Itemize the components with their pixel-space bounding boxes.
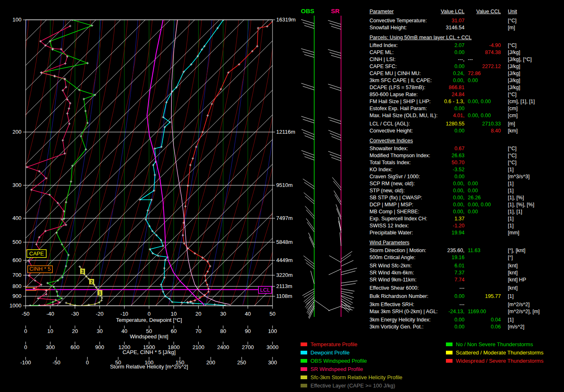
value-lcl: 0.00 (370, 105, 464, 112)
svg-text:-10: -10 (121, 311, 128, 317)
table-row: Craven SigSvr / 1000:0.00[m^3/s^3] (370, 173, 562, 180)
legend-label: Scattered / Moderate Thunderstorms (456, 349, 543, 356)
table-row: Lifted Index:2.07-4.90[°C] (370, 42, 562, 49)
value-ccl: 0.00 (468, 180, 501, 187)
legend-profiles: Temperature ProfileDewpoint ProfileOBS W… (301, 340, 403, 390)
unit-label: [°] (508, 254, 513, 261)
col-unit: Unit (508, 8, 517, 15)
legend-label: Dewpoint Profile (310, 349, 350, 356)
value-lcl: 866.81 (370, 84, 464, 91)
svg-text:2113m: 2113m (276, 283, 292, 289)
value-lcl: ---, (370, 56, 464, 63)
unit-label: [cm], [1], [1] (508, 98, 535, 105)
svg-text:600: 600 (71, 344, 80, 350)
unit-label: [J/kg] (508, 77, 520, 84)
svg-text:1: 1 (99, 291, 101, 295)
value-ccl: 0.00 (468, 187, 501, 194)
legend-swatch-icon (446, 351, 453, 354)
table-row: CINH | LSI:---,---[J/kg], [°C] (370, 56, 562, 63)
value-lcl: 0.00 (370, 324, 464, 331)
table-header-row: ParameterValue LCLValue CCLUnit (370, 8, 562, 17)
unit-label: [1] (508, 215, 514, 222)
table-row: Storm Direction | Motion:235.60,11.63[°]… (370, 247, 562, 254)
svg-text:0: 0 (147, 311, 150, 317)
table-row: CAPE ML:0.00874.38[J/kg] (370, 49, 562, 56)
legend-item: No / Non Severe Thunderstorms (446, 340, 543, 348)
table-row: FM Hail Size | SHIP | LHP:0.6 - 1.3,0.00… (370, 98, 562, 105)
svg-text:LCL: LCL (260, 287, 270, 293)
svg-text:900: 900 (12, 293, 21, 299)
table-row: 3km SFC CAPE | IL CAPE:0.00,0.00[J/kg] (370, 77, 562, 84)
unit-label: [1] (508, 222, 514, 229)
svg-text:SR: SR (331, 7, 340, 14)
svg-text:30: 30 (97, 328, 102, 334)
legend-label: Sfc-3km Storm Relative Helicity Profile (310, 374, 403, 380)
table-row: STP (new, old):0.00,0.00[1] (370, 187, 562, 194)
value-lcl: 19.94 (370, 229, 464, 236)
svg-text:100: 100 (12, 17, 21, 23)
table-row: CAPE MU | CINH MU:0.24,72.86[J/kg] (370, 70, 562, 77)
unit-label: [1], [1] (508, 208, 522, 215)
svg-text:600: 600 (12, 257, 21, 263)
svg-text:9510m: 9510m (276, 182, 293, 188)
table-row: SR Wind Sfc-2km:6.01[knt] (370, 262, 562, 269)
svg-text:250: 250 (237, 359, 246, 366)
table-row: SR Wind 9km-11km:7.74[knt] HP (370, 276, 562, 283)
svg-text:1000: 1000 (9, 302, 21, 309)
svg-text:50: 50 (270, 311, 275, 317)
svg-text:10: 10 (47, 328, 53, 334)
value-ccl: 72.86 (468, 70, 501, 77)
table-section-header: Wind Parameters (370, 239, 562, 247)
value-ccl: 2272.12 (468, 63, 501, 70)
svg-text:2400: 2400 (217, 344, 229, 350)
legend-swatch-icon (446, 359, 453, 363)
unit-label: [1], [%] (508, 194, 524, 201)
legend-swatch-icon (301, 351, 307, 354)
svg-text:2100: 2100 (192, 344, 204, 350)
value-lcl: 0.67 (370, 145, 464, 152)
table-row: Estofex Exp. Hail Param:0.00[cm] (370, 105, 562, 112)
value-lcl: 0.24, (370, 70, 464, 77)
table-section-header: Convective Indices (370, 137, 562, 145)
value-lcl: 0.00, (370, 77, 464, 84)
value-ccl: 0.00, 0.00 (468, 201, 501, 208)
value-lcl: -3.52 (370, 166, 464, 173)
value-lcl: 0.00 (370, 293, 464, 300)
value-lcl: 3146.54 (370, 24, 464, 31)
unit-label: [J/kg] (508, 63, 520, 70)
value-lcl: 0.00 (370, 49, 464, 56)
value-lcl: 4.01, (370, 112, 464, 119)
table-row: MB Comp | SHERBE:0.00,0.00[1], [1] (370, 208, 562, 215)
table-row: SR Wind 4km-6km:7.37[knt] (370, 269, 562, 276)
unit-label: [knt] (508, 262, 518, 269)
value-lcl: 1280.55 (370, 120, 464, 128)
svg-text:20: 20 (72, 328, 78, 334)
table-row: Precipitable Water:19.94[mm] (370, 229, 562, 236)
svg-text:100: 100 (268, 328, 277, 334)
unit-label: [1] (508, 166, 514, 173)
legend-label: No / Non Severe Thunderstorms (456, 341, 533, 347)
svg-text:40: 40 (245, 311, 251, 317)
value-lcl: 19.16 (370, 254, 464, 261)
table-row: Convective Temperature:31.07[°C] (370, 17, 562, 24)
unit-label: [J/kg], [°C] (508, 56, 532, 63)
value-ccl: 0.00, 0.00 (468, 112, 501, 119)
unit-label: [°C] (508, 152, 517, 159)
svg-text:Windspeed [knt]: Windspeed [knt] (130, 333, 168, 340)
value-lcl: 6.01 (370, 262, 464, 269)
svg-text:800: 800 (12, 283, 21, 289)
value-ccl: 26.26 (468, 194, 501, 201)
svg-text:900: 900 (95, 344, 104, 350)
unit-label: [°C] (508, 145, 517, 152)
unit-label: [m^2/s^2], [m] (508, 308, 540, 315)
svg-text:200: 200 (206, 359, 216, 366)
value-ccl: 2710.33 (468, 120, 501, 128)
value-lcl: -1.20 (370, 222, 464, 229)
unit-label: [°], [knt] (508, 247, 526, 254)
value-lcl: 26.63 (370, 152, 464, 159)
legend-item: Temperature Profile (301, 340, 403, 348)
legend-swatch-icon (446, 342, 453, 346)
table-row: 3km Effective SRH:---[m^2/s^2] (370, 301, 562, 308)
unit-label: [mm] (508, 229, 519, 236)
legend-thunderstorm-risk: No / Non Severe ThunderstormsScattered /… (446, 340, 543, 365)
